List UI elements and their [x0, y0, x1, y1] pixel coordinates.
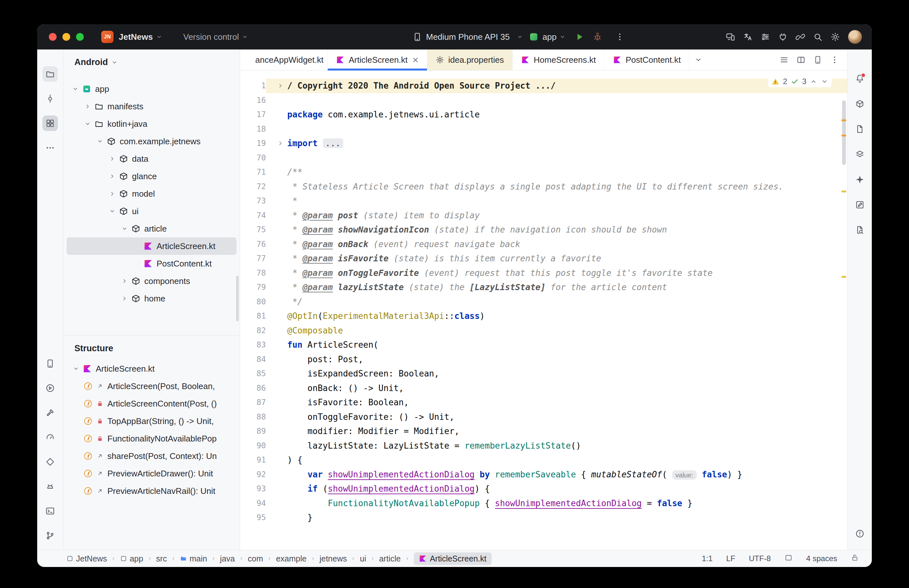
structure-item-sharepost-post-context[interactable]: fsharePost(Post, Context): Un [67, 447, 236, 465]
code-line-77[interactable]: 77 * @param isFavorite (state) is this i… [240, 251, 847, 266]
line-number[interactable]: 83 [240, 338, 266, 352]
line-number[interactable]: 76 [240, 237, 266, 252]
code-line-76[interactable]: 76 * @param onBack (event) request navig… [240, 237, 847, 252]
structure-item-topappbar-string[interactable]: fTopAppBar(String, () -> Unit, [67, 412, 236, 430]
breadcrumb-item-article[interactable]: article [379, 554, 401, 564]
close-window-button[interactable] [49, 33, 57, 41]
line-number[interactable]: 16 [240, 93, 266, 108]
profiler-button[interactable] [42, 430, 58, 445]
settings-button[interactable] [828, 29, 843, 44]
logcat-button[interactable] [42, 479, 58, 494]
code-line-74[interactable]: 74 * @param post (state) item to display [240, 208, 847, 223]
minimize-window-button[interactable] [63, 33, 70, 41]
terminal-button[interactable] [42, 503, 58, 519]
caret-position-widget[interactable]: 1:1 [702, 554, 713, 563]
editor-scrollbar-thumb[interactable] [842, 100, 846, 165]
device-selector[interactable]: Medium Phone API 35 [412, 32, 523, 42]
device-mirror-button[interactable] [723, 29, 738, 44]
chevron-down-icon[interactable] [107, 208, 118, 215]
breadcrumb-item-articlescreen-kt[interactable]: ArticleScreen.kt [414, 552, 492, 565]
code-line-73[interactable]: 73 * [240, 194, 847, 208]
commit-button[interactable] [42, 91, 58, 107]
structure-item-functionalitynotavailabl[interactable]: fFunctionalityNotAvailablePop [67, 430, 236, 447]
line-number[interactable]: 92 [240, 467, 266, 482]
editor-tabs-list-button[interactable] [777, 52, 791, 67]
fold-marker-icon[interactable] [266, 136, 287, 151]
user-avatar[interactable] [848, 30, 862, 44]
project-tree-item-manifests[interactable]: manifests [67, 98, 236, 115]
project-tree-item-articlescreen-kt[interactable]: ArticleScreen.kt [67, 237, 236, 255]
close-tab-button[interactable]: × [412, 55, 418, 65]
line-number[interactable]: 74 [240, 208, 266, 223]
editor-options-button[interactable] [827, 52, 842, 67]
structure-root-articlescreen-kt[interactable]: ArticleScreen.kt [67, 360, 236, 378]
line-number[interactable]: 17 [240, 107, 266, 122]
line-number[interactable]: 94 [240, 496, 266, 511]
code-line-93[interactable]: 93 if (showUnimplementedActionDialog) { [240, 481, 847, 496]
line-number[interactable]: 95 [240, 510, 266, 525]
device-manager-button[interactable] [42, 356, 58, 371]
project-tree-item-com-example-jetnews[interactable]: com.example.jetnews [67, 132, 236, 150]
line-number[interactable]: 78 [240, 266, 266, 280]
structure-item-articlescreen-post-bool[interactable]: fArticleScreen(Post, Boolean, [67, 378, 236, 395]
hidden-tabs-button[interactable] [690, 50, 707, 70]
breadcrumb-item-com[interactable]: com [248, 554, 263, 564]
breadcrumb-item-java[interactable]: java [220, 554, 235, 564]
line-number[interactable]: 72 [240, 179, 266, 194]
chevron-right-icon[interactable] [119, 295, 130, 302]
project-tree-item-app[interactable]: app [67, 80, 236, 98]
chevron-down-icon[interactable] [119, 225, 130, 232]
code-line-82[interactable]: 82@Composable [240, 323, 847, 338]
line-number[interactable]: 73 [240, 194, 266, 208]
breadcrumb-item-app[interactable]: app [120, 554, 143, 564]
chevron-right-icon[interactable] [119, 278, 130, 284]
code-line-79[interactable]: 79 * @param lazyListState (state) the [L… [240, 280, 847, 295]
breadcrumb-item-ui[interactable]: ui [360, 554, 366, 564]
gemini-button[interactable] [852, 172, 868, 187]
code-line-78[interactable]: 78 * @param onToggleFavorite (event) req… [240, 266, 847, 280]
breadcrumb-item-main[interactable]: main [180, 554, 207, 564]
plugins-button[interactable] [775, 29, 790, 44]
line-number[interactable]: 90 [240, 439, 266, 453]
run-button[interactable] [575, 32, 584, 42]
project-view-header[interactable]: Android [63, 50, 240, 72]
line-number[interactable]: 89 [240, 424, 266, 439]
code-line-92[interactable]: 92 var showUnimplementedActionDialog by … [240, 467, 847, 482]
chevron-right-icon[interactable] [107, 190, 118, 197]
gradle-button[interactable] [852, 96, 868, 111]
next-problem-button[interactable] [821, 78, 828, 86]
line-number[interactable]: 19 [240, 136, 266, 151]
project-scrollbar[interactable] [236, 276, 239, 321]
code-line-88[interactable]: 88 onToggleFavorite: () -> Unit, [240, 410, 847, 424]
line-number[interactable]: 81 [240, 309, 266, 323]
chevron-right-icon[interactable] [107, 173, 118, 180]
line-number[interactable]: 1 [240, 79, 266, 93]
line-number[interactable]: 77 [240, 251, 266, 266]
structure-item-previewarticledrawer[interactable]: fPreviewArticleDrawer(): Unit [67, 465, 236, 482]
code-line-91[interactable]: 91) { [240, 453, 847, 467]
more-actions-button[interactable] [615, 32, 624, 41]
chevron-down-icon[interactable] [71, 365, 82, 372]
code-line-95[interactable]: 95 } [240, 510, 847, 525]
line-number[interactable]: 85 [240, 367, 266, 381]
structure-item-previewarticlenavrail[interactable]: fPreviewArticleNavRail(): Unit [67, 482, 236, 500]
resource-manager-button[interactable] [42, 115, 58, 131]
code-line-87[interactable]: 87 isFavorite: Boolean, [240, 395, 847, 410]
line-separator-widget[interactable]: LF [726, 554, 735, 563]
tab-idea-properties[interactable]: idea.properties [427, 50, 513, 70]
fold-marker-icon[interactable] [266, 79, 287, 93]
line-number[interactable]: 88 [240, 410, 266, 424]
structure-item-articlescreencontent-pos[interactable]: fArticleScreenContent(Post, () [67, 395, 236, 412]
version-control-button[interactable] [42, 528, 58, 543]
code-line-80[interactable]: 80 */ [240, 295, 847, 309]
code-line-81[interactable]: 81@OptIn(ExperimentalMaterial3Api::class… [240, 309, 847, 323]
breadcrumb-item-example[interactable]: example [276, 554, 307, 564]
chevron-down-icon[interactable] [70, 86, 81, 92]
code-line-16[interactable]: 16 [240, 93, 847, 108]
more-tool-windows-button[interactable] [42, 140, 58, 155]
code-line-89[interactable]: 89 modifier: Modifier = Modifier, [240, 424, 847, 439]
project-selector[interactable]: JetNews [113, 32, 163, 42]
problems-button[interactable] [852, 526, 868, 541]
build-button[interactable] [42, 405, 58, 420]
tab-postcontent-kt[interactable]: PostContent.kt [605, 50, 690, 70]
